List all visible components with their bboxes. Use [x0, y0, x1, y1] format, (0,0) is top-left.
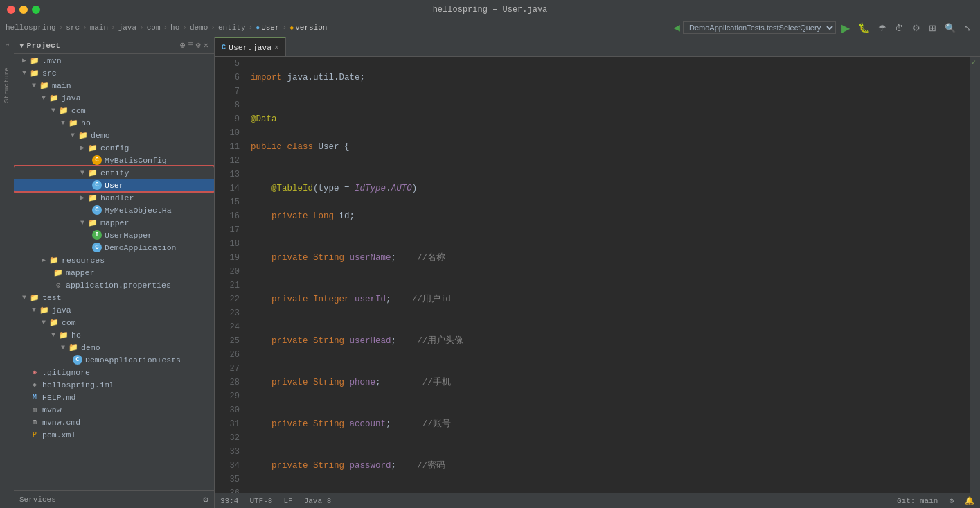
breadcrumb-main[interactable]: main — [90, 24, 108, 32]
breadcrumb-User[interactable]: ● User — [256, 24, 279, 32]
collapse-icon[interactable]: ≡ — [188, 40, 193, 51]
project-panel-header: ▼ Project ⊕ ≡ ⚙ ✕ — [14, 37, 214, 54]
tree-item-demoapplication[interactable]: C DemoApplication — [14, 241, 214, 254]
titlebar: hellospring – User.java — [0, 0, 980, 19]
java-version[interactable]: Java 8 — [304, 497, 332, 505]
layout-button[interactable]: ⊞ — [926, 21, 939, 35]
class-icon-User: C — [91, 179, 103, 191]
main-layout: 1 Structure ▼ Project ⊕ ≡ ⚙ ✕ ▶ � — [0, 37, 980, 508]
cursor-position[interactable]: 33:4 — [220, 497, 238, 505]
tree-item-mvnwcmd[interactable]: m mvnw.cmd — [14, 416, 214, 428]
debug-button[interactable]: 🐛 — [855, 21, 873, 35]
close-panel-icon[interactable]: ✕ — [204, 40, 208, 51]
folder-icon-test-demo: 📁 — [68, 342, 79, 353]
tree-item-usermapper[interactable]: I UserMapper — [14, 229, 214, 241]
search-button[interactable]: 🔍 — [942, 21, 959, 35]
breadcrumb-version[interactable]: ◆ version — [289, 24, 327, 32]
breadcrumb-src[interactable]: src — [66, 24, 80, 32]
breadcrumb-java[interactable]: java — [118, 24, 136, 32]
settings-icon-bottom[interactable]: ⚙ — [949, 496, 954, 505]
tree-item-mymeta[interactable]: C MyMetaObjectHa — [14, 204, 214, 216]
breadcrumb-com[interactable]: com — [147, 24, 161, 32]
side-icon-project[interactable]: 1 — [4, 40, 10, 49]
settings-button[interactable]: ⚙ — [909, 21, 923, 35]
project-toolbar: ⊕ ≡ ⚙ ✕ — [180, 40, 208, 51]
code-content[interactable]: import java.util.Date; @Data public clas… — [245, 57, 970, 493]
tree-label-appprops: application.properties — [66, 281, 171, 290]
run-config-selector[interactable]: DemoApplicationTests.testSelectQuery — [683, 21, 836, 34]
services-bar[interactable]: Services ⚙ — [14, 490, 214, 508]
locate-icon[interactable]: ⊕ — [180, 40, 185, 51]
back-icon[interactable]: ◀ — [673, 21, 680, 35]
expand-button[interactable]: ⤡ — [961, 21, 974, 35]
tree-item-hellospringiml[interactable]: ◈ hellospring.iml — [14, 378, 214, 391]
tree-item-config[interactable]: ▶ 📁 config — [14, 141, 214, 154]
tree-item-test-demo[interactable]: ▼ 📁 demo — [14, 341, 214, 353]
tree-item-test-ho[interactable]: ▼ 📁 ho — [14, 329, 214, 341]
notifications-icon-bottom[interactable]: 🔔 — [965, 496, 974, 505]
breadcrumb: hellospring › src › main › java › com › … — [0, 19, 668, 37]
side-icon-structure[interactable]: Structure — [3, 64, 10, 105]
run-button[interactable]: ▶ — [839, 20, 853, 36]
tree-item-helpmd[interactable]: M HELP.md — [14, 391, 214, 403]
code-editor[interactable]: 5 6 7 8 9 10 11 12 13 14 15 16 17 18 19 … — [215, 57, 980, 493]
tree-item-mapper-res[interactable]: 📁 mapper — [14, 266, 214, 279]
close-button[interactable] — [7, 6, 15, 14]
tree-label-usermapper: UserMapper — [105, 231, 152, 240]
tree-item-test-java[interactable]: ▼ 📁 java — [14, 304, 214, 316]
tab-close-icon[interactable]: ✕ — [274, 43, 278, 51]
tree-item-gitignore[interactable]: ◈ .gitignore — [14, 366, 214, 378]
tree-item-demo[interactable]: ▼ 📁 demo — [14, 129, 214, 141]
tree-item-pomxml[interactable]: P pom.xml — [14, 428, 214, 441]
breadcrumb-hellospring[interactable]: hellospring — [6, 24, 56, 32]
tree-item-ho[interactable]: ▼ 📁 ho — [14, 116, 214, 129]
file-icon-helpmd: M — [29, 392, 40, 403]
tree-item-mapper[interactable]: ▼ 📁 mapper — [14, 216, 214, 229]
breadcrumb-demo[interactable]: demo — [190, 24, 208, 32]
interface-icon-usermapper: I — [91, 229, 103, 240]
tree-label-config: config — [100, 143, 129, 152]
coverage-button[interactable]: ☂ — [875, 21, 889, 35]
line-endings[interactable]: LF — [283, 497, 292, 505]
folder-icon-com: 📁 — [58, 105, 69, 116]
tab-userjava[interactable]: C User.java ✕ — [215, 37, 286, 56]
folder-icon-ho: 📁 — [68, 117, 79, 128]
tree-item-User[interactable]: C User — [14, 179, 214, 191]
tree-item-demoapptests[interactable]: C DemoApplicationTests — [14, 353, 214, 366]
folder-icon-test-java: 📁 — [39, 304, 50, 315]
tree-item-java[interactable]: ▼ 📁 java — [14, 91, 214, 104]
tree-item-mvnw[interactable]: m mvnw — [14, 403, 214, 416]
tree-arrow-test-java: ▼ — [29, 306, 39, 314]
tree-item-mvn[interactable]: ▶ 📁 .mvn — [14, 54, 214, 67]
tree-arrow-test-ho: ▼ — [48, 331, 58, 339]
tree-item-resources[interactable]: ▶ 📁 resources — [14, 254, 214, 266]
tree-item-src[interactable]: ▼ 📁 src — [14, 67, 214, 79]
services-settings-icon[interactable]: ⚙ — [203, 494, 208, 505]
tree-arrow-handler: ▶ — [78, 193, 87, 202]
tree-label-src: src — [42, 69, 57, 78]
line-numbers: 5 6 7 8 9 10 11 12 13 14 15 16 17 18 19 … — [215, 57, 245, 493]
settings-icon[interactable]: ⚙ — [196, 40, 201, 51]
breadcrumb-ho[interactable]: ho — [170, 24, 179, 32]
folder-icon-test-ho: 📁 — [58, 329, 69, 340]
maximize-button[interactable] — [32, 6, 40, 14]
minimize-button[interactable] — [19, 6, 28, 14]
tree-item-main[interactable]: ▼ 📁 main — [14, 79, 214, 91]
tree-item-entity[interactable]: ▼ 📁 entity — [14, 166, 214, 179]
breadcrumb-entity[interactable]: entity — [218, 24, 246, 32]
profile-button[interactable]: ⏱ — [892, 21, 907, 35]
tree-item-handler[interactable]: ▶ 📁 handler — [14, 191, 214, 204]
tree-label-ho: ho — [81, 119, 91, 128]
tree-item-mybatisconfig[interactable]: C MyBatisConfig — [14, 154, 214, 166]
tree-label-mvnw: mvnw — [42, 405, 62, 414]
tree-item-test-com[interactable]: ▼ 📁 com — [14, 316, 214, 329]
git-branch[interactable]: Git: main — [897, 497, 938, 505]
tree-label-resources: resources — [62, 256, 105, 265]
tree-item-appprops[interactable]: ⚙ application.properties — [14, 279, 214, 291]
tree-item-com[interactable]: ▼ 📁 com — [14, 104, 214, 116]
tree-arrow-ho: ▼ — [58, 119, 68, 127]
tree-arrow-src: ▼ — [19, 69, 29, 77]
encoding[interactable]: UTF-8 — [249, 497, 272, 505]
tree-label-pomxml: pom.xml — [42, 430, 75, 439]
tree-item-test[interactable]: ▼ 📁 test — [14, 291, 214, 304]
